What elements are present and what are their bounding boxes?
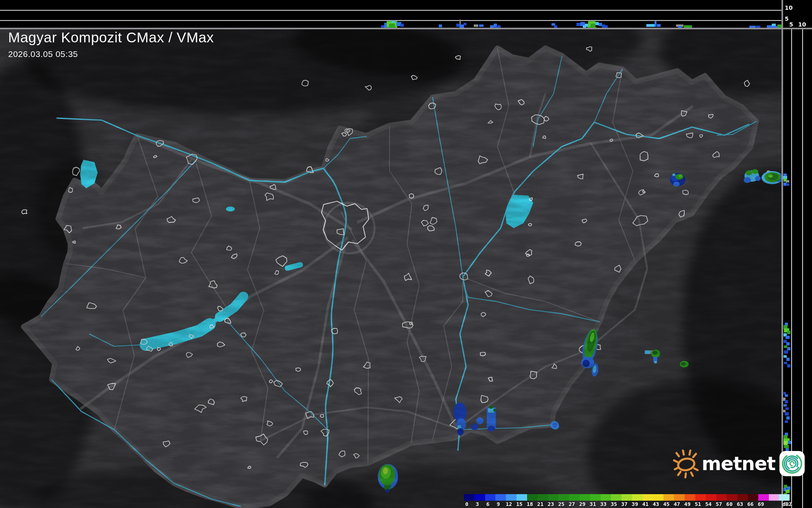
profile-echo-pixel: [479, 24, 484, 27]
right-strip-gridline-10km: [802, 29, 803, 508]
map-area: [0, 0, 812, 508]
profile-echo-pixel: [595, 22, 599, 25]
right-axis-tick-10: 10: [798, 22, 806, 27]
dbz-legend: 0369121518212325272931333537394143454749…: [464, 494, 790, 508]
legend-cell: [601, 494, 611, 501]
legend-cell: [464, 494, 475, 501]
profile-echo-pixel: [605, 25, 608, 28]
dbz-tick-labels: 0369121518212325272931333537394143454749…: [464, 501, 790, 508]
profile-echo-pixel: [787, 347, 790, 350]
profile-echo-pixel: [599, 23, 602, 26]
profile-echo-pixel: [784, 485, 787, 488]
dbz-colorbar: [464, 494, 790, 501]
radar-scene: [0, 0, 812, 508]
right-axis-tick-5: 5: [789, 22, 793, 27]
metnet-logo: metnet: [671, 447, 805, 480]
legend-tick-label: 27: [569, 501, 575, 507]
page-title: Magyar Kompozit CMax / VMax: [8, 29, 214, 46]
legend-tick-label: 66: [747, 501, 754, 507]
metnet-app-icon: [779, 451, 805, 476]
profile-echo-pixel: [784, 392, 786, 394]
legend-cell: [611, 494, 622, 501]
title-block: Magyar Kompozit CMax / VMax 2026.03.05 0…: [8, 29, 214, 59]
profile-echo-pixel: [786, 180, 789, 183]
legend-cell: [643, 494, 653, 501]
right-strip-gridline-5km: [791, 29, 792, 508]
legend-unit-label: dBZ: [782, 501, 792, 507]
legend-cell: [758, 494, 769, 501]
legend-cell: [685, 494, 695, 501]
legend-tick-label: 0: [465, 501, 468, 507]
sun-icon: [671, 447, 702, 480]
legend-tick-label: 25: [558, 501, 565, 507]
profile-echo-pixel: [786, 183, 789, 186]
profile-echo-pixel: [784, 350, 788, 354]
top-axis-tick-10: 10: [785, 5, 792, 11]
profile-echo-pixel: [392, 20, 395, 23]
legend-cell: [716, 494, 727, 501]
profile-echo-pixel: [785, 420, 788, 423]
profile-echo-pixel: [784, 345, 787, 348]
legend-tick-label: 35: [611, 501, 617, 507]
profile-echo-pixel: [784, 362, 787, 364]
profile-echo-pixel: [576, 23, 580, 26]
legend-tick-label: 9: [497, 501, 500, 507]
legend-cell: [558, 494, 569, 501]
legend-cell: [548, 494, 559, 501]
legend-cell: [580, 494, 590, 501]
profile-echo-pixel: [646, 24, 655, 27]
top-axis-tick-5: 5: [785, 16, 789, 22]
profile-echo-pixel: [786, 336, 790, 339]
profile-echo-pixel: [786, 416, 790, 420]
profile-echo-pixel: [464, 23, 466, 25]
profile-echo-pixel: [602, 24, 605, 28]
legend-tick-label: 31: [590, 501, 596, 507]
profile-echo-pixel: [788, 441, 791, 444]
right-profile-strip: [783, 29, 812, 508]
legend-cell: [485, 494, 496, 501]
legend-tick-label: 47: [674, 501, 680, 507]
legend-tick-label: 39: [632, 501, 638, 507]
legend-cell: [569, 494, 580, 501]
profile-echo-pixel: [786, 342, 790, 345]
legend-tick-label: 18: [527, 501, 533, 507]
top-profile-strip: [0, 0, 782, 29]
legend-cell: [674, 494, 685, 501]
legend-tick-label: 15: [516, 501, 523, 507]
legend-tick-label: 51: [695, 501, 701, 507]
profile-echo-pixel: [401, 24, 404, 27]
profile-echo-pixel: [787, 486, 790, 490]
top-strip-gridline-10km: [0, 10, 781, 11]
legend-cell: [495, 494, 506, 501]
profile-echo-pixel: [786, 358, 790, 361]
legend-cell: [527, 494, 538, 501]
legend-cell: [538, 494, 548, 501]
legend-cell: [769, 494, 779, 501]
legend-tick-label: 60: [726, 501, 733, 507]
profile-echo-pixel: [784, 441, 788, 445]
profile-echo-pixel: [784, 355, 787, 358]
profile-echo-pixel: [456, 24, 460, 27]
legend-cell: [748, 494, 758, 501]
legend-cell: [727, 494, 737, 501]
top-strip-gridline-5km: [0, 20, 781, 21]
legend-cell: [663, 494, 674, 501]
legend-tick-label: 43: [653, 501, 659, 507]
timestamp: 2026.03.05 05:35: [8, 49, 214, 59]
legend-cell: [737, 494, 748, 501]
legend-cell: [632, 494, 643, 501]
legend-tick-label: 23: [548, 501, 554, 507]
profile-echo-pixel: [784, 404, 787, 407]
legend-cell: [706, 494, 716, 501]
legend-tick-label: 3: [476, 501, 479, 507]
legend-cell: [517, 494, 527, 501]
legend-tick-label: 63: [737, 501, 743, 507]
legend-tick-label: 37: [621, 501, 628, 507]
radar-composite-app: Magyar Kompozit CMax / VMax 2026.03.05 0…: [0, 0, 812, 508]
profile-echo-pixel: [654, 21, 657, 27]
profile-echo-pixel: [787, 364, 790, 367]
legend-tick-label: 29: [579, 501, 586, 507]
legend-tick-label: 54: [705, 501, 712, 507]
legend-cell: [590, 494, 601, 501]
legend-cell: [695, 494, 706, 501]
